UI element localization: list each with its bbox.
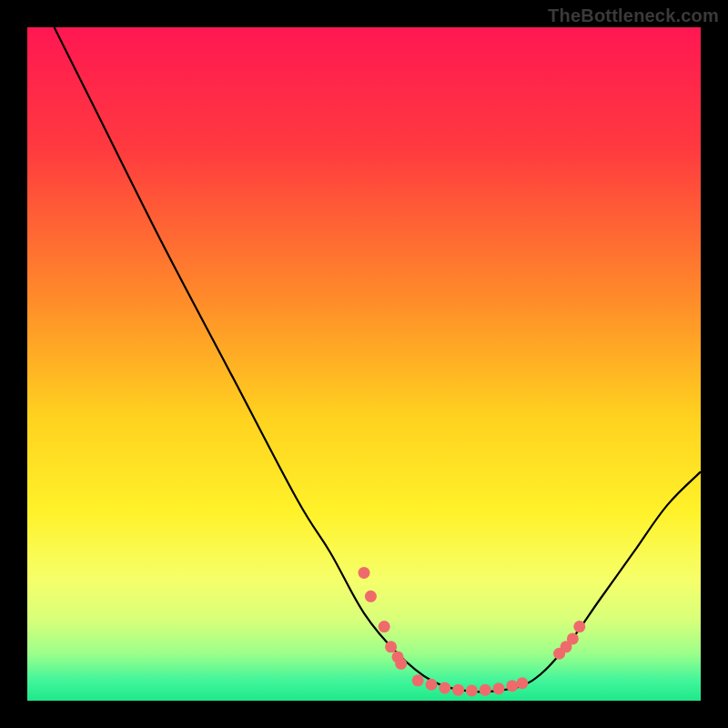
data-point	[506, 680, 518, 692]
data-point	[359, 567, 370, 579]
data-point	[379, 621, 390, 632]
data-point	[395, 658, 407, 670]
data-point	[516, 677, 528, 689]
data-point	[385, 641, 397, 652]
data-point	[365, 591, 377, 602]
data-point	[567, 632, 579, 644]
data-point	[466, 684, 478, 696]
data-point	[439, 682, 450, 693]
data-point	[480, 684, 491, 696]
plot-area	[27, 27, 701, 701]
data-point	[493, 682, 505, 694]
data-point	[426, 679, 438, 691]
data-point	[452, 684, 464, 696]
data-point	[412, 674, 424, 686]
chart-stage: TheBottleneck.com	[0, 0, 728, 728]
bottleneck-curve-chart	[27, 27, 701, 701]
watermark-label: TheBottleneck.com	[548, 5, 719, 26]
data-point	[573, 621, 585, 632]
